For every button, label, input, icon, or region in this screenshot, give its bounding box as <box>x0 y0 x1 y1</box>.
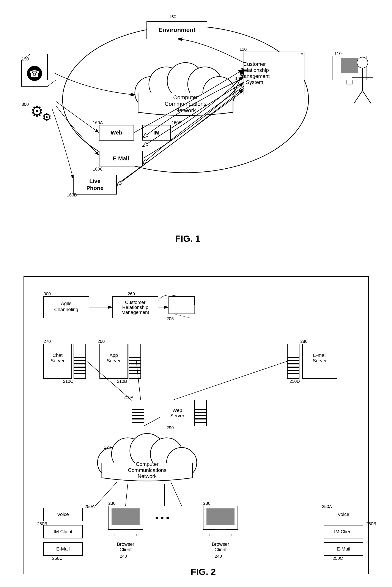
svg-rect-78 <box>74 363 86 364</box>
svg-text:Web: Web <box>172 408 182 413</box>
svg-rect-125 <box>194 418 206 419</box>
svg-rect-76 <box>74 357 86 358</box>
svg-point-34 <box>357 57 368 68</box>
svg-text:Client: Client <box>214 547 226 552</box>
svg-text:System: System <box>246 79 263 85</box>
svg-rect-88 <box>129 357 141 358</box>
svg-rect-79 <box>74 367 86 368</box>
svg-text:Browser: Browser <box>212 541 229 547</box>
svg-rect-89 <box>129 360 141 361</box>
svg-rect-33 <box>346 80 353 84</box>
svg-rect-90 <box>129 363 141 364</box>
svg-text:120: 120 <box>240 47 246 52</box>
svg-text:210D: 210D <box>290 379 300 384</box>
svg-rect-105 <box>287 373 299 374</box>
svg-rect-112 <box>132 409 144 410</box>
svg-text:E-Mail: E-Mail <box>336 546 350 551</box>
svg-text:Client: Client <box>119 547 132 552</box>
svg-text:130: 130 <box>22 57 29 61</box>
svg-text:240: 240 <box>215 554 222 558</box>
svg-text:Environment: Environment <box>158 27 195 33</box>
svg-text:210C: 210C <box>63 379 73 384</box>
svg-rect-81 <box>74 373 86 374</box>
svg-line-144 <box>171 482 182 506</box>
svg-rect-148 <box>120 529 131 534</box>
svg-text:FIG. 2: FIG. 2 <box>190 567 216 577</box>
svg-text:IM Client: IM Client <box>334 529 353 534</box>
svg-text:260: 260 <box>128 291 135 296</box>
svg-line-69 <box>173 314 190 318</box>
svg-text:Management: Management <box>121 310 149 315</box>
svg-text:250C: 250C <box>52 556 62 561</box>
svg-text:Customer: Customer <box>125 300 146 305</box>
svg-text:250A: 250A <box>322 504 332 509</box>
svg-text:☎: ☎ <box>29 69 40 78</box>
svg-text:Server: Server <box>50 358 64 363</box>
svg-text:Communications: Communications <box>128 467 166 473</box>
svg-line-37 <box>354 91 362 104</box>
svg-text:Voice: Voice <box>338 512 349 517</box>
svg-rect-149 <box>115 534 136 536</box>
svg-text:⚙: ⚙ <box>42 111 52 123</box>
svg-rect-93 <box>129 373 141 374</box>
svg-text:160D: 160D <box>67 193 77 197</box>
svg-text:Voice: Voice <box>57 512 69 517</box>
svg-text:Live: Live <box>89 178 100 184</box>
fig2-section: Agile Channeling 300 Customer Relationsh… <box>9 276 383 574</box>
svg-text:160A: 160A <box>93 120 103 125</box>
svg-rect-68 <box>169 305 194 314</box>
page-container: Environment 150 x Customer Relationship … <box>0 0 392 587</box>
svg-line-128 <box>144 417 160 426</box>
svg-text:Computer: Computer <box>136 461 158 467</box>
svg-text:Network: Network <box>138 473 157 479</box>
svg-text:Chat: Chat <box>52 353 62 358</box>
svg-text:Server: Server <box>312 358 327 363</box>
svg-text:300: 300 <box>44 291 51 296</box>
svg-text:IM: IM <box>154 129 160 136</box>
svg-text:Browser: Browser <box>117 541 134 547</box>
svg-text:230: 230 <box>203 501 210 506</box>
svg-rect-115 <box>132 418 144 419</box>
svg-rect-126 <box>194 422 206 423</box>
svg-rect-91 <box>129 367 141 368</box>
svg-text:250A: 250A <box>84 504 95 509</box>
svg-text:Server: Server <box>106 358 120 363</box>
svg-text:Agile: Agile <box>61 301 72 306</box>
svg-text:205: 205 <box>166 316 174 321</box>
fig1-container: Environment 150 x Customer Relationship … <box>9 9 383 268</box>
svg-rect-104 <box>287 370 299 371</box>
svg-text:E-mail: E-mail <box>313 353 326 358</box>
svg-text:App: App <box>110 353 118 358</box>
svg-text:210A: 210A <box>124 395 134 400</box>
svg-rect-77 <box>74 360 86 361</box>
svg-text:110: 110 <box>334 51 342 56</box>
svg-rect-80 <box>74 370 86 371</box>
svg-text:230: 230 <box>108 501 116 506</box>
svg-text:160C: 160C <box>93 167 103 171</box>
svg-text:Customer: Customer <box>243 61 266 67</box>
svg-text:• • •: • • • <box>155 513 169 523</box>
svg-text:270: 270 <box>44 339 51 344</box>
svg-line-143 <box>126 484 128 506</box>
svg-text:250B: 250B <box>37 521 47 526</box>
svg-text:290: 290 <box>166 425 174 430</box>
svg-rect-113 <box>132 412 144 413</box>
svg-rect-152 <box>206 508 234 525</box>
svg-rect-123 <box>194 412 206 413</box>
svg-text:150: 150 <box>169 15 176 19</box>
svg-rect-32 <box>341 58 358 73</box>
svg-text:Web: Web <box>111 129 122 136</box>
svg-text:300: 300 <box>22 102 29 107</box>
svg-text:Management: Management <box>240 73 270 79</box>
svg-text:FIG. 1: FIG. 1 <box>175 234 200 244</box>
fig2-svg: Agile Channeling 300 Customer Relationsh… <box>31 283 376 581</box>
svg-text:Phone: Phone <box>86 185 103 191</box>
svg-rect-124 <box>194 415 206 416</box>
svg-text:280: 280 <box>300 339 308 344</box>
svg-text:E-Mail: E-Mail <box>112 155 129 162</box>
svg-text:250C: 250C <box>333 556 343 561</box>
svg-line-110 <box>160 361 287 404</box>
svg-text:240: 240 <box>120 554 127 558</box>
svg-text:210B: 210B <box>117 379 127 384</box>
svg-text:E-Mail: E-Mail <box>56 546 70 551</box>
